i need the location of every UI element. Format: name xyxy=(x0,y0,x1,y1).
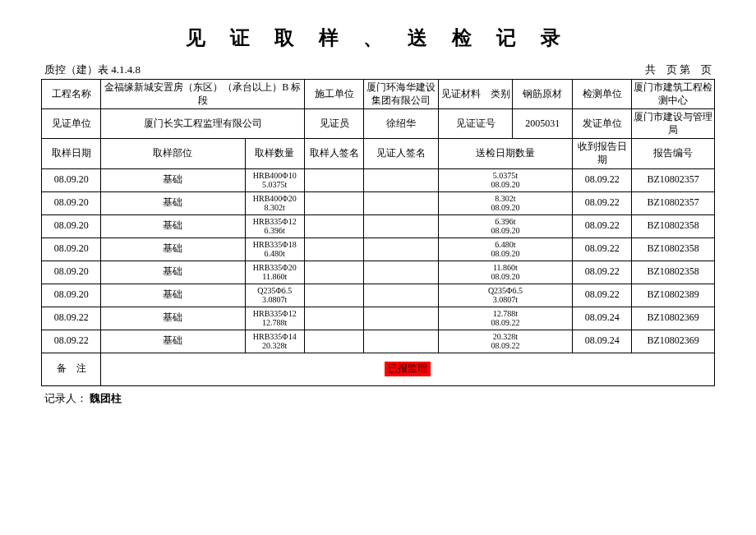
cell-witness-sign xyxy=(364,168,439,191)
col-sampler-sign: 取样人签名 xyxy=(304,139,363,168)
record-table: 工程名称 金福缘新城安置房（东区）（承台以上）B 标段 施工单位 厦门环海华建设… xyxy=(41,79,715,386)
value-test-unit: 厦门市建筑工程检测中心 xyxy=(632,80,715,109)
remark-row: 备 注 已报监理 xyxy=(42,353,715,385)
value-construction-unit: 厦门环海华建设集团有限公司 xyxy=(364,80,439,109)
value-witness-unit: 厦门长实工程监理有限公司 xyxy=(101,109,305,139)
cell-sample-date: 08.09.20 xyxy=(42,191,101,214)
cell-submit-date-qty: Q235Φ6.53.0807t xyxy=(438,284,572,307)
label-material-type: 见证材料 类别 xyxy=(438,80,513,109)
cell-report-no: BZ10802389 xyxy=(632,284,715,307)
label-issue-unit: 发证单位 xyxy=(572,109,631,139)
cell-receive-date: 08.09.24 xyxy=(572,307,631,330)
col-receive-date: 收到报告日期 xyxy=(572,139,631,168)
cell-submit-date-qty: 5.0375t08.09.20 xyxy=(438,168,572,191)
label-project-name: 工程名称 xyxy=(42,80,101,109)
cell-submit-date-qty: 6.396t08.09.20 xyxy=(438,214,572,238)
col-witness-sign: 见证人签名 xyxy=(364,139,439,168)
cell-sample-part: 基础 xyxy=(101,307,245,330)
value-material-type: 钢筋原材 xyxy=(513,80,572,109)
col-sample-date: 取样日期 xyxy=(42,139,101,168)
cell-sample-qty: Q235Φ6.53.0807t xyxy=(245,284,304,307)
form-number: 质控（建）表 4.1.4.8 xyxy=(44,62,141,77)
cell-sample-date: 08.09.20 xyxy=(42,284,101,307)
cell-sample-qty: HRB335Φ126.396t xyxy=(245,214,304,238)
remark-cell: 已报监理 xyxy=(101,353,715,385)
cell-receive-date: 08.09.24 xyxy=(572,330,631,353)
cell-submit-date-qty: 20.328t08.09.22 xyxy=(438,330,572,353)
recorder-line: 记录人： 魏团柱 xyxy=(41,391,715,406)
table-row: 08.09.22基础HRB335Φ1420.328t20.328t08.09.2… xyxy=(42,330,715,353)
cell-receive-date: 08.09.22 xyxy=(572,191,631,214)
cell-witness-sign xyxy=(364,284,439,307)
recorder-label: 记录人： xyxy=(44,392,87,404)
cell-sample-date: 08.09.20 xyxy=(42,168,101,191)
cell-sampler-sign xyxy=(304,168,363,191)
cell-witness-sign xyxy=(364,238,439,261)
cell-sampler-sign xyxy=(304,307,363,330)
table-row: 08.09.20基础HRB400Φ105.0375t5.0375t08.09.2… xyxy=(42,168,715,191)
cell-sampler-sign xyxy=(304,261,363,284)
value-project-name: 金福缘新城安置房（东区）（承台以上）B 标段 xyxy=(101,80,305,109)
cell-receive-date: 08.09.22 xyxy=(572,284,631,307)
label-construction-unit: 施工单位 xyxy=(304,80,363,109)
cell-report-no: BZ10802358 xyxy=(632,238,715,261)
cell-sample-part: 基础 xyxy=(101,191,245,214)
cell-sample-part: 基础 xyxy=(101,238,245,261)
label-test-unit: 检测单位 xyxy=(572,80,631,109)
cell-witness-sign xyxy=(364,214,439,238)
cell-submit-date-qty: 8.302t08.09.20 xyxy=(438,191,572,214)
cell-sample-date: 08.09.20 xyxy=(42,214,101,238)
header-row-1: 工程名称 金福缘新城安置房（东区）（承台以上）B 标段 施工单位 厦门环海华建设… xyxy=(42,80,715,109)
value-witness-person: 徐绍华 xyxy=(364,109,439,139)
cell-witness-sign xyxy=(364,307,439,330)
cell-sample-part: 基础 xyxy=(101,284,245,307)
cell-submit-date-qty: 12.788t08.09.22 xyxy=(438,307,572,330)
cell-report-no: BZ10802357 xyxy=(632,191,715,214)
cell-report-no: BZ10802369 xyxy=(632,307,715,330)
cell-sampler-sign xyxy=(304,214,363,238)
column-header-row: 取样日期 取样部位 取样数量 取样人签名 见证人签名 送检日期数量 收到报告日期… xyxy=(42,139,715,168)
cell-receive-date: 08.09.22 xyxy=(572,238,631,261)
cell-sample-part: 基础 xyxy=(101,261,245,284)
col-report-no: 报告编号 xyxy=(632,139,715,168)
page-info: 共 页 第 页 xyxy=(645,62,712,77)
cell-sample-date: 08.09.20 xyxy=(42,261,101,284)
cell-sampler-sign xyxy=(304,238,363,261)
cell-sample-date: 08.09.22 xyxy=(42,330,101,353)
remark-label: 备 注 xyxy=(42,353,101,385)
cell-sample-qty: HRB335Φ1420.328t xyxy=(245,330,304,353)
value-issue-unit: 厦门市建设与管理局 xyxy=(632,109,715,139)
cell-sample-qty: HRB335Φ186.480t xyxy=(245,238,304,261)
cell-report-no: BZ10802357 xyxy=(632,168,715,191)
cell-witness-sign xyxy=(364,330,439,353)
table-row: 08.09.22基础HRB335Φ1212.788t12.788t08.09.2… xyxy=(42,307,715,330)
table-row: 08.09.20基础HRB335Φ126.396t6.396t08.09.200… xyxy=(42,214,715,238)
table-row: 08.09.20基础HRB400Φ208.302t8.302t08.09.200… xyxy=(42,191,715,214)
col-submit-date-qty: 送检日期数量 xyxy=(438,139,572,168)
cell-sampler-sign xyxy=(304,191,363,214)
table-row: 08.09.20基础Q235Φ6.53.0807tQ235Φ6.53.0807t… xyxy=(42,284,715,307)
cell-witness-sign xyxy=(364,191,439,214)
cell-sample-part: 基础 xyxy=(101,214,245,238)
cell-sample-qty: HRB335Φ1212.788t xyxy=(245,307,304,330)
cell-receive-date: 08.09.22 xyxy=(572,261,631,284)
cell-receive-date: 08.09.22 xyxy=(572,214,631,238)
label-witness-cert-no: 见证证号 xyxy=(438,109,513,139)
recorder-name: 魏团柱 xyxy=(90,392,122,404)
cell-report-no: BZ10802369 xyxy=(632,330,715,353)
cell-submit-date-qty: 11.860t08.09.20 xyxy=(438,261,572,284)
label-witness-unit: 见证单位 xyxy=(42,109,101,139)
cell-report-no: BZ10802358 xyxy=(632,261,715,284)
cell-sample-qty: HRB400Φ105.0375t xyxy=(245,168,304,191)
remark-highlight: 已报监理 xyxy=(385,362,431,376)
cell-witness-sign xyxy=(364,261,439,284)
col-sample-part: 取样部位 xyxy=(101,139,245,168)
cell-receive-date: 08.09.22 xyxy=(572,168,631,191)
cell-sampler-sign xyxy=(304,330,363,353)
cell-sample-part: 基础 xyxy=(101,330,245,353)
cell-sampler-sign xyxy=(304,284,363,307)
table-row: 08.09.20基础HRB335Φ2011.860t11.860t08.09.2… xyxy=(42,261,715,284)
cell-sample-part: 基础 xyxy=(101,168,245,191)
table-row: 08.09.20基础HRB335Φ186.480t6.480t08.09.200… xyxy=(42,238,715,261)
cell-sample-qty: HRB400Φ208.302t xyxy=(245,191,304,214)
